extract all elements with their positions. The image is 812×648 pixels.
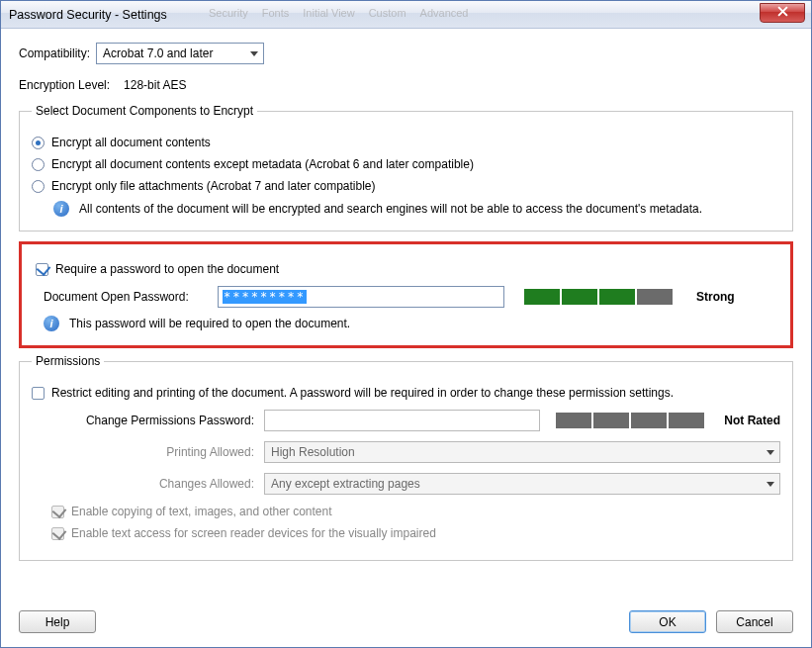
titlebar: Password Security - Settings Security Fo… xyxy=(1,1,811,29)
open-password-section: Require a password to open the document … xyxy=(19,241,793,348)
strength-seg xyxy=(669,413,704,428)
change-permissions-password-input[interactable] xyxy=(264,410,540,431)
radio-all-label: Encrypt all document contents xyxy=(51,136,211,149)
printing-allowed-row: Printing Allowed: High Resolution xyxy=(32,441,780,463)
document-open-password-row: Document Open Password: ********* Strong xyxy=(44,286,776,308)
change-permissions-password-label: Change Permissions Password: xyxy=(32,414,254,427)
bg-tab: Initial View xyxy=(303,7,354,19)
bg-tab: Custom xyxy=(369,7,406,19)
dialog-window: Password Security - Settings Security Fo… xyxy=(0,0,812,648)
require-password-row: Require a password to open the document xyxy=(36,262,776,276)
changes-allowed-select: Any except extracting pages xyxy=(264,473,780,495)
encryption-label: Encryption Level: xyxy=(19,78,110,92)
radio-all-contents-row: Encrypt all document contents xyxy=(32,136,780,149)
require-password-label: Require a password to open the document xyxy=(55,262,279,276)
encrypt-info-text: All contents of the document will be enc… xyxy=(79,202,702,216)
open-password-value: ********* xyxy=(223,290,307,304)
open-password-label: Document Open Password: xyxy=(44,290,208,304)
strength-seg xyxy=(637,289,673,305)
enable-copying-label: Enable copying of text, images, and othe… xyxy=(71,505,332,518)
radio-attachments[interactable] xyxy=(32,180,45,193)
strength-seg xyxy=(562,289,597,305)
open-password-input[interactable]: ********* xyxy=(218,286,504,308)
open-password-strength-label: Strong xyxy=(696,290,735,304)
compatibility-label: Compatibility: xyxy=(19,46,90,60)
encryption-row: Encryption Level: 128-bit AES xyxy=(19,78,793,92)
strength-seg xyxy=(631,413,667,428)
restrict-editing-checkbox[interactable] xyxy=(32,387,45,400)
cancel-label: Cancel xyxy=(736,615,772,629)
enable-screenreader-row: Enable text access for screen reader dev… xyxy=(51,526,780,540)
dialog-footer: Help OK Cancel xyxy=(19,601,793,633)
radio-except-meta-label: Encrypt all document contents except met… xyxy=(51,157,474,171)
change-permissions-strength-meter xyxy=(556,413,704,428)
bg-tab: Advanced xyxy=(420,7,469,19)
open-password-info-text: This password will be required to open t… xyxy=(69,317,350,330)
help-label: Help xyxy=(45,615,70,629)
require-password-checkbox[interactable] xyxy=(36,263,48,276)
radio-attachments-label: Encrypt only file attachments (Acrobat 7… xyxy=(51,179,376,193)
radio-except-meta-row: Encrypt all document contents except met… xyxy=(32,157,780,171)
open-password-strength-meter xyxy=(524,289,673,305)
printing-allowed-select: High Resolution xyxy=(264,441,780,463)
strength-seg xyxy=(524,289,560,305)
radio-all-contents[interactable] xyxy=(32,137,45,149)
window-title: Password Security - Settings xyxy=(9,8,167,22)
printing-allowed-value: High Resolution xyxy=(271,445,355,459)
compatibility-select[interactable]: Acrobat 7.0 and later xyxy=(96,43,264,64)
compatibility-value: Acrobat 7.0 and later xyxy=(103,46,213,60)
bg-tab: Security xyxy=(209,7,248,19)
encrypt-info-row: i All contents of the document will be e… xyxy=(53,201,780,217)
radio-except-meta[interactable] xyxy=(32,158,45,171)
encrypt-legend: Select Document Components to Encrypt xyxy=(32,104,257,118)
changes-allowed-row: Changes Allowed: Any except extracting p… xyxy=(32,473,780,495)
open-password-info-row: i This password will be required to open… xyxy=(44,316,776,331)
changes-allowed-label: Changes Allowed: xyxy=(32,477,254,491)
enable-copying-checkbox xyxy=(51,506,64,518)
encrypt-components-group: Select Document Components to Encrypt En… xyxy=(19,104,793,231)
printing-allowed-label: Printing Allowed: xyxy=(32,445,254,459)
close-button[interactable] xyxy=(760,3,805,23)
strength-seg xyxy=(593,413,629,428)
ok-button[interactable]: OK xyxy=(629,610,706,633)
changes-allowed-value: Any except extracting pages xyxy=(271,477,420,491)
background-tabs: Security Fonts Initial View Custom Advan… xyxy=(209,7,469,19)
restrict-editing-row: Restrict editing and printing of the doc… xyxy=(32,386,780,400)
change-permissions-password-row: Change Permissions Password: Not Rated xyxy=(32,410,780,431)
change-permissions-strength-label: Not Rated xyxy=(724,414,780,427)
dialog-content: Compatibility: Acrobat 7.0 and later Enc… xyxy=(1,29,811,647)
radio-attachments-row: Encrypt only file attachments (Acrobat 7… xyxy=(32,179,780,193)
ok-label: OK xyxy=(659,615,676,629)
close-icon xyxy=(777,6,788,20)
enable-copying-row: Enable copying of text, images, and othe… xyxy=(51,505,780,518)
strength-seg xyxy=(599,289,635,305)
strength-seg xyxy=(556,413,591,428)
enable-screenreader-label: Enable text access for screen reader dev… xyxy=(71,526,436,540)
bg-tab: Fonts xyxy=(262,7,290,19)
info-icon: i xyxy=(44,316,59,331)
enable-screenreader-checkbox xyxy=(51,527,64,540)
encryption-value: 128-bit AES xyxy=(124,78,186,92)
permissions-group: Permissions Restrict editing and printin… xyxy=(19,354,793,561)
cancel-button[interactable]: Cancel xyxy=(716,610,793,633)
info-icon: i xyxy=(53,201,69,217)
restrict-editing-label: Restrict editing and printing of the doc… xyxy=(51,386,674,400)
help-button[interactable]: Help xyxy=(19,610,96,633)
compatibility-row: Compatibility: Acrobat 7.0 and later xyxy=(19,43,793,64)
permissions-legend: Permissions xyxy=(32,354,104,368)
